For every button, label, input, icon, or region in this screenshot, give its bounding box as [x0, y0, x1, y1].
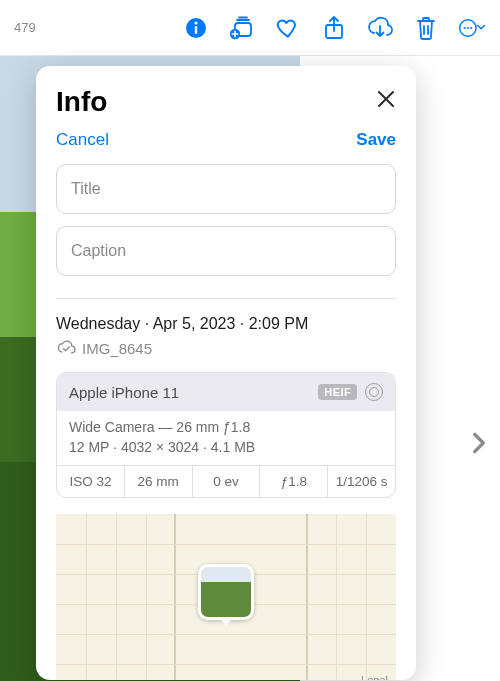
- save-button[interactable]: Save: [356, 130, 396, 150]
- lens-info: Wide Camera — 26 mm ƒ1.8: [57, 411, 395, 439]
- target-icon: [365, 383, 383, 401]
- svg-point-2: [194, 21, 197, 24]
- exif-stats: ISO 32 26 mm 0 ev ƒ1.8 1/1206 s: [57, 465, 395, 497]
- svg-point-7: [464, 26, 466, 28]
- svg-rect-1: [195, 26, 197, 34]
- divider: [56, 298, 396, 299]
- title-input[interactable]: [56, 164, 396, 214]
- stat-aperture: ƒ1.8: [260, 466, 328, 497]
- caption-input[interactable]: [56, 226, 396, 276]
- more-menu-icon[interactable]: [458, 14, 486, 42]
- item-count: 479: [14, 20, 36, 35]
- format-badge: HEIF: [318, 384, 357, 400]
- share-icon[interactable]: [320, 14, 348, 42]
- add-to-album-icon[interactable]: [228, 14, 256, 42]
- toolbar-actions: [182, 14, 486, 42]
- map-legal-link[interactable]: Legal: [361, 674, 388, 680]
- map-pin[interactable]: [198, 564, 254, 620]
- capture-datetime: Wednesday · Apr 5, 2023 · 2:09 PM: [56, 315, 396, 333]
- trash-icon[interactable]: [412, 14, 440, 42]
- cloud-sync-icon: [56, 339, 76, 358]
- svg-point-9: [470, 26, 472, 28]
- map-thumbnail: [198, 564, 254, 620]
- close-icon[interactable]: [376, 89, 396, 115]
- top-toolbar: 479: [0, 0, 500, 56]
- download-cloud-icon[interactable]: [366, 14, 394, 42]
- panel-title: Info: [56, 86, 107, 118]
- info-icon[interactable]: [182, 14, 210, 42]
- svg-point-8: [467, 26, 469, 28]
- dimensions-info: 12 MP · 4032 × 3024 · 4.1 MB: [57, 439, 395, 465]
- next-photo-chevron-icon[interactable]: [466, 430, 492, 456]
- info-panel: Info Cancel Save Wednesday · Apr 5, 2023…: [36, 66, 416, 680]
- stat-shutter: 1/1206 s: [328, 466, 395, 497]
- camera-device: Apple iPhone 11: [69, 384, 179, 401]
- stat-iso: ISO 32: [57, 466, 125, 497]
- favorite-heart-icon[interactable]: [274, 14, 302, 42]
- filename: IMG_8645: [82, 340, 152, 357]
- location-map[interactable]: Legal: [56, 514, 396, 680]
- stat-focal: 26 mm: [125, 466, 193, 497]
- camera-metadata-box: Apple iPhone 11 HEIF Wide Camera — 26 mm…: [56, 372, 396, 498]
- cancel-button[interactable]: Cancel: [56, 130, 109, 150]
- stat-ev: 0 ev: [193, 466, 261, 497]
